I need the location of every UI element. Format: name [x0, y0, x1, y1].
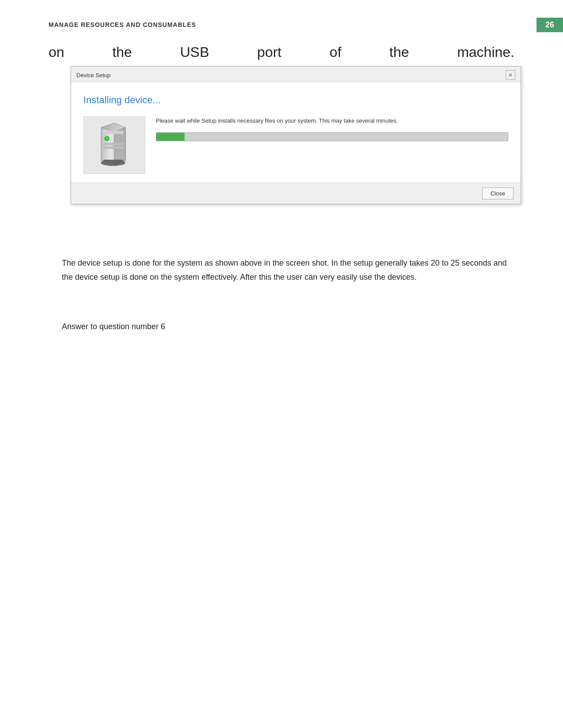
dialog-close-button[interactable]: ×: [506, 70, 515, 80]
paragraph-1: The device setup is done for the system …: [62, 256, 514, 285]
sentence-word-7: machine.: [457, 44, 514, 60]
svg-point-5: [106, 137, 108, 140]
dialog-titlebar: Device Setup ×: [71, 67, 521, 82]
svg-rect-7: [103, 146, 123, 149]
svg-rect-6: [103, 143, 123, 145]
progress-bar-container: [156, 132, 508, 141]
dialog-body: Installing device...: [71, 82, 521, 183]
svg-rect-3: [103, 131, 123, 134]
sentence-word-4: port: [257, 44, 281, 60]
dialog-right: Please wait while Setup installs necessa…: [156, 116, 508, 141]
close-button[interactable]: Close: [482, 188, 514, 199]
dialog-description: Please wait while Setup installs necessa…: [156, 116, 508, 125]
sentence-word-1: on: [49, 44, 64, 60]
device-setup-dialog: Device Setup × Installing device...: [71, 66, 521, 204]
answer-line: Answer to question number 6: [62, 322, 165, 331]
progress-bar-fill: [156, 133, 185, 141]
sentence-word-2: the: [112, 44, 132, 60]
device-image: [83, 116, 145, 174]
dialog-title: Device Setup: [76, 72, 110, 79]
installing-label: Installing device...: [83, 94, 508, 106]
dialog-content-row: Please wait while Setup installs necessa…: [83, 116, 508, 174]
sentence-line: on the USB port of the machine.: [49, 44, 514, 60]
sentence-word-3: USB: [180, 44, 209, 60]
sentence-word-6: the: [389, 44, 409, 60]
svg-rect-9: [103, 160, 123, 163]
page-header: MANAGE RESOURCES AND CONSUMABLES: [49, 21, 196, 28]
page-number-badge: 26: [537, 18, 563, 32]
dialog-footer: Close: [71, 183, 521, 204]
sentence-word-5: of: [329, 44, 341, 60]
